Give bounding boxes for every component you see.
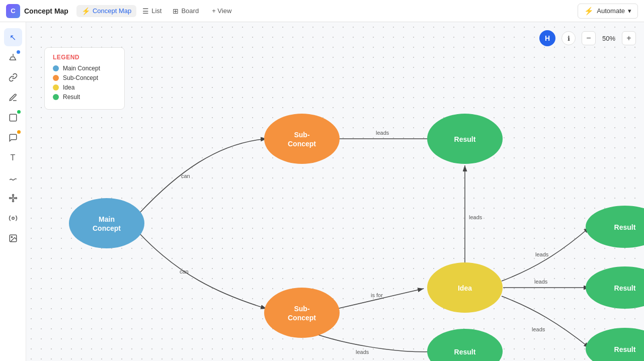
- tool-draw[interactable]: [4, 169, 22, 187]
- tool-paint[interactable]: [4, 48, 22, 66]
- edge-sub2-to-idea: [337, 289, 424, 309]
- svg-rect-0: [10, 114, 17, 121]
- tool-link[interactable]: [4, 68, 22, 86]
- tool-network[interactable]: [4, 189, 22, 207]
- svg-point-12: [11, 236, 12, 237]
- edge-main-to-sub1: [139, 139, 267, 213]
- edge-label-leads-idea: leads: [469, 214, 482, 220]
- list-icon: ☰: [142, 7, 149, 15]
- canvas[interactable]: H ℹ − 50% + LEGEND Main Concept Sub-Conc…: [26, 22, 644, 361]
- sidebar: ↖ T: [0, 22, 26, 361]
- topbar: C Concept Map ⚡ Concept Map ☰ List ⊞ Boa…: [0, 0, 644, 22]
- edge-main-to-sub2: [139, 233, 267, 309]
- node-sub-concept-1[interactable]: [264, 114, 340, 164]
- edge-label-leads-right-mid: leads: [534, 279, 548, 285]
- node-main-concept[interactable]: [69, 198, 144, 248]
- edge-label-can-top: can: [181, 173, 190, 179]
- concept-map-icon: ⚡: [82, 7, 90, 15]
- node-result-right-top[interactable]: [586, 206, 644, 248]
- edge-label-leads-top: leads: [376, 130, 389, 136]
- tab-list[interactable]: ☰ List: [137, 5, 167, 17]
- app-title: Concept Map: [24, 7, 68, 15]
- tool-cursor[interactable]: ↖: [4, 28, 22, 46]
- svg-point-1: [12, 197, 14, 200]
- svg-point-2: [12, 195, 14, 196]
- nav-tabs: ⚡ Concept Map ☰ List ⊞ Board + View: [76, 5, 236, 17]
- edge-idea-to-result-right-bot: [502, 296, 590, 348]
- app-icon: C: [6, 4, 20, 18]
- edge-label-leads-bottom: leads: [356, 349, 369, 355]
- board-icon: ⊞: [173, 7, 179, 15]
- edge-label-can-bottom: can: [180, 268, 189, 275]
- node-idea[interactable]: [427, 262, 503, 313]
- tool-pen[interactable]: [4, 88, 22, 107]
- svg-point-4: [9, 198, 11, 199]
- tab-board[interactable]: ⊞ Board: [168, 5, 204, 17]
- tool-auto[interactable]: [4, 209, 22, 227]
- node-result-bottom[interactable]: [427, 329, 503, 361]
- tool-text[interactable]: T: [4, 149, 22, 167]
- tool-note[interactable]: [4, 129, 22, 147]
- edge-label-is-for: is for: [371, 292, 383, 298]
- svg-point-5: [15, 198, 17, 199]
- tab-concept-map[interactable]: ⚡ Concept Map: [76, 5, 136, 17]
- automate-button[interactable]: ⚡ Automate ▾: [578, 4, 638, 19]
- tool-shape[interactable]: [4, 109, 22, 127]
- chevron-down-icon: ▾: [628, 7, 631, 15]
- view-button[interactable]: + View: [207, 5, 236, 17]
- tool-image[interactable]: [4, 229, 22, 247]
- edge-label-leads-right-top: leads: [535, 251, 549, 257]
- svg-point-3: [12, 201, 14, 202]
- node-result-right-mid[interactable]: [586, 266, 644, 309]
- edge-label-leads-right-bot: leads: [532, 326, 545, 332]
- concept-map-svg: can can leads is for leads leads leads l…: [26, 22, 644, 361]
- automate-icon: ⚡: [584, 7, 594, 16]
- node-result-right-bot[interactable]: [586, 328, 644, 361]
- svg-point-10: [12, 217, 14, 220]
- node-result-top[interactable]: [427, 114, 503, 164]
- node-sub-concept-2[interactable]: [264, 288, 340, 338]
